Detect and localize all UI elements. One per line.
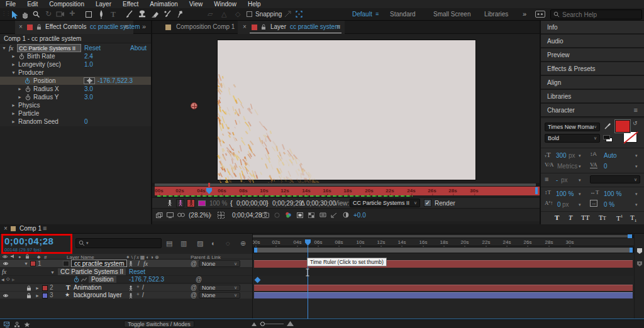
snapping-label[interactable]: Snapping <box>255 11 282 18</box>
draft-icon[interactable] <box>24 322 30 327</box>
font-size-value[interactable]: 300 <box>556 152 567 159</box>
brush-tool-icon[interactable] <box>126 10 133 18</box>
group-label[interactable]: Physics <box>18 101 40 109</box>
exposure-value[interactable]: +0.0 <box>353 212 366 219</box>
tracking-caret-icon[interactable]: ▾ <box>635 164 638 169</box>
work-area-end-bracket[interactable] <box>535 187 538 194</box>
magnification-caret-icon[interactable]: ∨ <box>209 213 212 218</box>
channels-icon[interactable] <box>285 212 292 218</box>
effect-row[interactable]: fx ▼ CC Particle Systems II Reset <box>0 268 252 276</box>
work-area-bar[interactable] <box>253 247 634 253</box>
no-preview-icon[interactable] <box>187 199 195 207</box>
out-time[interactable]: 0;00;29;29 <box>272 200 302 207</box>
collapse-icon[interactable]: ▼ <box>24 261 28 266</box>
timeline-tab-title[interactable]: Comp 1 <box>19 225 42 232</box>
leading-value[interactable]: Auto <box>604 152 617 159</box>
expand-icon[interactable]: ► <box>11 101 16 109</box>
expand-icon[interactable]: ► <box>18 85 22 93</box>
work-area-marker-icon[interactable] <box>636 248 643 254</box>
property-label[interactable]: Position <box>33 77 56 85</box>
unlock-icon[interactable] <box>261 24 266 30</box>
eye-icon[interactable] <box>3 261 9 266</box>
live-update-icon[interactable]: ▥ <box>180 239 187 248</box>
camera-tool-icon[interactable] <box>57 11 65 17</box>
effect-name[interactable]: CC Particle Systems II <box>17 44 81 52</box>
shy-icon[interactable] <box>128 261 133 266</box>
subscript-button[interactable]: T1 <box>630 214 636 223</box>
eraser-tool-icon[interactable] <box>151 11 159 18</box>
show-snapshot-icon[interactable] <box>274 212 280 218</box>
leading-caret-icon[interactable]: ▾ <box>635 153 638 158</box>
stopwatch-icon-active[interactable] <box>25 78 30 84</box>
zoom-slider-knob[interactable] <box>260 322 265 326</box>
draft-3d-icon[interactable]: ▨ <box>197 239 203 248</box>
property-value[interactable]: 0 <box>84 118 88 126</box>
shy-icon[interactable] <box>128 285 133 291</box>
panel-header-info[interactable]: Info <box>541 21 644 35</box>
property-label[interactable]: Longevity (sec) <box>18 60 61 68</box>
parent-dropdown[interactable]: None∨ <box>199 285 240 291</box>
label-color-swatch[interactable] <box>30 261 36 266</box>
property-label[interactable]: Radius Y <box>33 93 58 101</box>
flowchart-icon[interactable] <box>14 322 20 327</box>
prev-keyframe-icon[interactable]: ◀ <box>1 277 4 282</box>
layer-name[interactable]: Animation <box>74 284 101 291</box>
in-time[interactable]: 0;00;00;00 <box>236 200 266 207</box>
pickwhip-icon[interactable]: @ <box>191 292 197 298</box>
add-keyframe-icon[interactable]: ◇ <box>6 276 9 282</box>
eye-icon[interactable] <box>3 293 9 298</box>
tab-composition[interactable]: Composition Comp 1 <box>176 23 235 30</box>
close-icon[interactable]: × <box>4 225 8 232</box>
expand-icon[interactable]: ► <box>11 118 16 126</box>
magnification-value[interactable]: (28.2%) <box>189 212 211 219</box>
panel-header-character[interactable]: Character≡ <box>541 104 644 118</box>
label-color-swatch[interactable] <box>42 285 48 291</box>
workspace-overflow-chevrons[interactable]: » <box>523 10 526 18</box>
effect-reset-link[interactable]: Reset <box>129 268 145 275</box>
effect-name[interactable]: CC Particle Systems II <box>58 268 126 275</box>
property-name[interactable]: Position <box>89 276 116 283</box>
tab-layer-name[interactable]: cc practile system <box>290 23 340 30</box>
small-caps-button[interactable]: TT <box>599 214 606 221</box>
layer-name[interactable]: background layer <box>74 292 122 298</box>
close-icon[interactable]: × <box>243 23 247 30</box>
snap-grid-icon[interactable] <box>296 11 303 18</box>
zoom-out-mountain-icon[interactable] <box>252 322 257 326</box>
pickwhip-icon[interactable]: @ <box>191 260 197 267</box>
panel-header-libraries[interactable]: Libraries <box>541 90 644 104</box>
workspace-small-screen[interactable]: Small Screen <box>433 11 470 18</box>
expand-icon[interactable]: ► <box>18 93 22 101</box>
workspace-default[interactable]: Default <box>352 11 372 18</box>
work-area-start-handle[interactable] <box>254 248 257 253</box>
group-label[interactable]: Particle <box>18 109 39 118</box>
tracking-value[interactable]: 0 <box>604 163 608 170</box>
menu-layer[interactable]: Layer <box>90 1 117 8</box>
workspace-switcher-icon[interactable] <box>535 11 545 18</box>
type-tool-icon[interactable]: T <box>111 10 116 19</box>
font-size-caret-icon[interactable]: ▾ <box>579 153 581 158</box>
scrollbar-thumb[interactable] <box>253 235 630 238</box>
workspace-standard[interactable]: Standard <box>390 11 416 18</box>
snapping-checkbox[interactable] <box>247 11 252 17</box>
swap-fill-stroke-icon[interactable]: ↺ <box>633 120 638 126</box>
current-time-display[interactable]: 0;00;04;28 <box>232 212 262 219</box>
property-value[interactable]: 3.0 <box>84 85 93 93</box>
fx-switch-icon[interactable]: fx <box>143 260 148 267</box>
font-family-select[interactable]: Times New Roman∨ <box>545 123 600 131</box>
rectangle-tool-icon[interactable] <box>86 11 92 18</box>
toolbar-grip[interactable]: ⋮⋮ <box>1 11 10 16</box>
property-value[interactable]: 1.0 <box>84 60 93 68</box>
collapse-icon[interactable]: ▼ <box>2 44 6 52</box>
stroke-color-swatch[interactable] <box>623 131 637 143</box>
property-value[interactable]: 2.4 <box>84 52 93 60</box>
baseline-shift-value[interactable]: 0 <box>557 201 561 208</box>
panel-expand-icon[interactable]: » <box>142 23 146 30</box>
work-area-thumb[interactable] <box>254 248 633 253</box>
work-area-end-handle[interactable] <box>630 248 633 253</box>
property-label[interactable]: Radius X <box>33 85 59 93</box>
vertical-scale-caret-icon[interactable]: ▾ <box>579 192 581 197</box>
quality-icon[interactable]: / <box>138 260 140 267</box>
property-label[interactable]: Random Seed <box>18 118 58 126</box>
property-label[interactable]: Birth Rate <box>27 52 55 60</box>
motion-blur-icon[interactable]: ⊕ <box>240 239 246 248</box>
